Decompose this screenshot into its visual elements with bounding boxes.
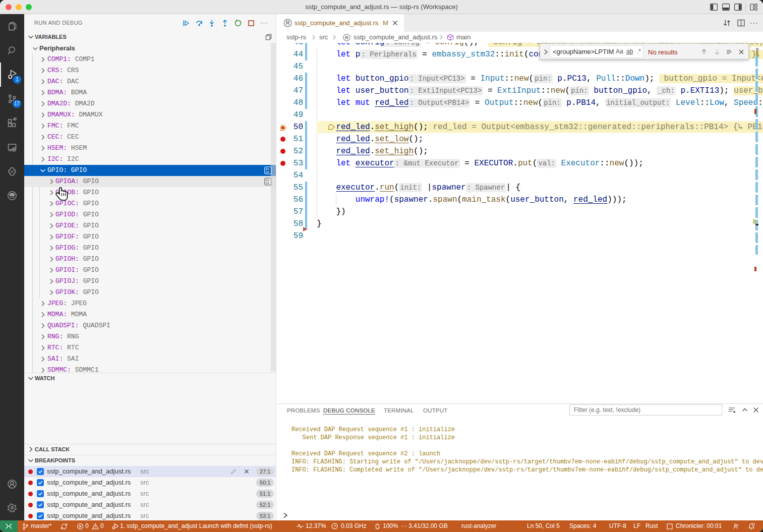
svg-text:10: 10 (266, 170, 269, 174)
svg-text:10: 10 (266, 182, 269, 185)
svg-text:R: R (286, 20, 290, 26)
svg-text:R: R (345, 35, 348, 40)
